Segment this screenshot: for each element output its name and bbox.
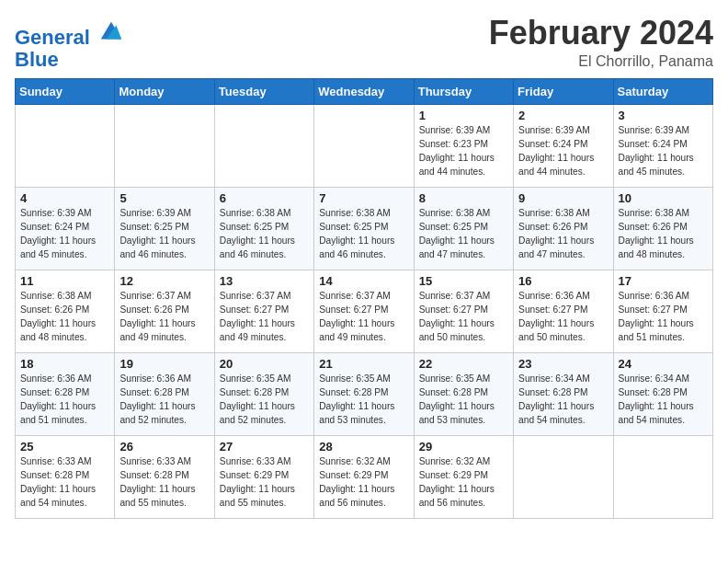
calendar-cell: 10Sunrise: 6:38 AM Sunset: 6:26 PM Dayli… (613, 188, 712, 270)
day-number: 19 (119, 357, 209, 371)
calendar-cell: 14Sunrise: 6:37 AM Sunset: 6:27 PM Dayli… (314, 270, 414, 353)
day-number: 3 (619, 109, 708, 122)
day-detail: Sunrise: 6:39 AM Sunset: 6:24 PM Dayligh… (518, 124, 608, 178)
calendar-cell: 25Sunrise: 6:33 AM Sunset: 6:28 PM Dayli… (16, 436, 115, 519)
day-number: 20 (220, 357, 309, 371)
calendar-cell: 12Sunrise: 6:37 AM Sunset: 6:26 PM Dayli… (115, 270, 214, 353)
day-number: 6 (220, 191, 309, 205)
calendar-cell (214, 105, 313, 188)
day-number: 4 (20, 191, 109, 205)
weekday-header-row: SundayMondayTuesdayWednesdayThursdayFrid… (16, 79, 713, 105)
weekday-header-monday: Monday (115, 79, 214, 105)
calendar-cell: 22Sunrise: 6:35 AM Sunset: 6:28 PM Dayli… (414, 353, 513, 436)
weekday-header-saturday: Saturday (613, 79, 712, 105)
day-number: 16 (518, 274, 608, 288)
day-number: 8 (419, 191, 508, 205)
day-detail: Sunrise: 6:32 AM Sunset: 6:29 PM Dayligh… (319, 455, 408, 510)
title-block: February 2024 El Chorrillo, Panama (489, 15, 713, 70)
day-detail: Sunrise: 6:38 AM Sunset: 6:25 PM Dayligh… (319, 207, 408, 261)
day-detail: Sunrise: 6:34 AM Sunset: 6:28 PM Dayligh… (619, 373, 708, 427)
weekday-header-sunday: Sunday (16, 79, 115, 105)
day-detail: Sunrise: 6:36 AM Sunset: 6:28 PM Dayligh… (20, 373, 109, 427)
day-detail: Sunrise: 6:35 AM Sunset: 6:28 PM Dayligh… (220, 373, 309, 427)
day-number: 13 (220, 274, 309, 288)
calendar-cell: 3Sunrise: 6:39 AM Sunset: 6:24 PM Daylig… (613, 105, 712, 188)
day-number: 14 (319, 274, 408, 288)
calendar-cell: 11Sunrise: 6:38 AM Sunset: 6:26 PM Dayli… (16, 270, 115, 353)
calendar-cell: 15Sunrise: 6:37 AM Sunset: 6:27 PM Dayli… (414, 270, 513, 353)
calendar-cell: 23Sunrise: 6:34 AM Sunset: 6:28 PM Dayli… (514, 353, 613, 436)
week-row-1: 1Sunrise: 6:39 AM Sunset: 6:23 PM Daylig… (16, 105, 713, 188)
calendar-cell (314, 105, 414, 188)
day-detail: Sunrise: 6:35 AM Sunset: 6:28 PM Dayligh… (319, 373, 408, 427)
day-detail: Sunrise: 6:38 AM Sunset: 6:26 PM Dayligh… (619, 207, 708, 261)
weekday-header-tuesday: Tuesday (214, 79, 313, 105)
day-detail: Sunrise: 6:34 AM Sunset: 6:28 PM Dayligh… (518, 373, 608, 427)
calendar-cell: 1Sunrise: 6:39 AM Sunset: 6:23 PM Daylig… (414, 105, 513, 188)
calendar-body: 1Sunrise: 6:39 AM Sunset: 6:23 PM Daylig… (16, 105, 713, 519)
day-number: 15 (419, 274, 508, 288)
calendar-cell: 21Sunrise: 6:35 AM Sunset: 6:28 PM Dayli… (314, 353, 414, 436)
day-number: 24 (619, 357, 708, 371)
calendar-cell: 2Sunrise: 6:39 AM Sunset: 6:24 PM Daylig… (514, 105, 613, 188)
location: El Chorrillo, Panama (489, 53, 713, 70)
calendar-cell: 8Sunrise: 6:38 AM Sunset: 6:25 PM Daylig… (414, 188, 513, 270)
day-number: 21 (319, 357, 408, 371)
weekday-header-wednesday: Wednesday (314, 79, 414, 105)
calendar-cell: 24Sunrise: 6:34 AM Sunset: 6:28 PM Dayli… (613, 353, 712, 436)
day-detail: Sunrise: 6:37 AM Sunset: 6:27 PM Dayligh… (319, 290, 408, 344)
day-number: 12 (119, 274, 209, 288)
day-detail: Sunrise: 6:39 AM Sunset: 6:24 PM Dayligh… (20, 207, 109, 261)
day-detail: Sunrise: 6:32 AM Sunset: 6:29 PM Dayligh… (419, 455, 508, 510)
week-row-4: 18Sunrise: 6:36 AM Sunset: 6:28 PM Dayli… (16, 353, 713, 436)
day-detail: Sunrise: 6:36 AM Sunset: 6:28 PM Dayligh… (119, 373, 209, 427)
day-detail: Sunrise: 6:37 AM Sunset: 6:27 PM Dayligh… (419, 290, 508, 344)
day-number: 2 (518, 109, 608, 122)
calendar-cell: 18Sunrise: 6:36 AM Sunset: 6:28 PM Dayli… (16, 353, 115, 436)
day-detail: Sunrise: 6:33 AM Sunset: 6:29 PM Dayligh… (220, 455, 309, 510)
day-number: 7 (319, 191, 408, 205)
calendar-cell: 29Sunrise: 6:32 AM Sunset: 6:29 PM Dayli… (414, 436, 513, 519)
calendar-cell: 13Sunrise: 6:37 AM Sunset: 6:27 PM Dayli… (214, 270, 313, 353)
logo-text: General (15, 18, 123, 49)
week-row-2: 4Sunrise: 6:39 AM Sunset: 6:24 PM Daylig… (16, 188, 713, 270)
calendar-cell: 27Sunrise: 6:33 AM Sunset: 6:29 PM Dayli… (214, 436, 313, 519)
weekday-header-friday: Friday (514, 79, 613, 105)
day-number: 22 (419, 357, 508, 371)
logo: General Blue (15, 18, 123, 71)
day-detail: Sunrise: 6:36 AM Sunset: 6:27 PM Dayligh… (518, 290, 608, 344)
calendar-cell: 17Sunrise: 6:36 AM Sunset: 6:27 PM Dayli… (613, 270, 712, 353)
calendar-cell: 19Sunrise: 6:36 AM Sunset: 6:28 PM Dayli… (115, 353, 214, 436)
day-number: 17 (619, 274, 708, 288)
logo-icon (97, 18, 123, 44)
day-number: 26 (119, 440, 209, 454)
day-number: 18 (20, 357, 109, 371)
day-detail: Sunrise: 6:37 AM Sunset: 6:27 PM Dayligh… (220, 290, 309, 344)
calendar-cell: 26Sunrise: 6:33 AM Sunset: 6:28 PM Dayli… (115, 436, 214, 519)
day-detail: Sunrise: 6:38 AM Sunset: 6:26 PM Dayligh… (518, 207, 608, 261)
day-detail: Sunrise: 6:33 AM Sunset: 6:28 PM Dayligh… (119, 455, 209, 510)
day-detail: Sunrise: 6:39 AM Sunset: 6:24 PM Dayligh… (619, 124, 708, 178)
day-detail: Sunrise: 6:38 AM Sunset: 6:25 PM Dayligh… (419, 207, 508, 261)
calendar-table: SundayMondayTuesdayWednesdayThursdayFrid… (15, 78, 713, 519)
day-detail: Sunrise: 6:39 AM Sunset: 6:23 PM Dayligh… (419, 124, 508, 178)
calendar-cell: 5Sunrise: 6:39 AM Sunset: 6:25 PM Daylig… (115, 188, 214, 270)
day-number: 9 (518, 191, 608, 205)
week-row-5: 25Sunrise: 6:33 AM Sunset: 6:28 PM Dayli… (16, 436, 713, 519)
calendar-cell (514, 436, 613, 519)
calendar-cell: 7Sunrise: 6:38 AM Sunset: 6:25 PM Daylig… (314, 188, 414, 270)
weekday-header-thursday: Thursday (414, 79, 513, 105)
calendar-cell (16, 105, 115, 188)
day-number: 10 (619, 191, 708, 205)
day-number: 29 (419, 440, 508, 454)
day-number: 1 (419, 109, 508, 122)
calendar-cell: 4Sunrise: 6:39 AM Sunset: 6:24 PM Daylig… (16, 188, 115, 270)
calendar-cell: 20Sunrise: 6:35 AM Sunset: 6:28 PM Dayli… (214, 353, 313, 436)
day-detail: Sunrise: 6:37 AM Sunset: 6:26 PM Dayligh… (119, 290, 209, 344)
day-detail: Sunrise: 6:35 AM Sunset: 6:28 PM Dayligh… (419, 373, 508, 427)
calendar-cell (115, 105, 214, 188)
calendar-cell: 16Sunrise: 6:36 AM Sunset: 6:27 PM Dayli… (514, 270, 613, 353)
day-detail: Sunrise: 6:33 AM Sunset: 6:28 PM Dayligh… (20, 455, 109, 510)
page-header: General Blue February 2024 El Chorrillo,… (15, 15, 713, 71)
calendar-cell: 28Sunrise: 6:32 AM Sunset: 6:29 PM Dayli… (314, 436, 414, 519)
